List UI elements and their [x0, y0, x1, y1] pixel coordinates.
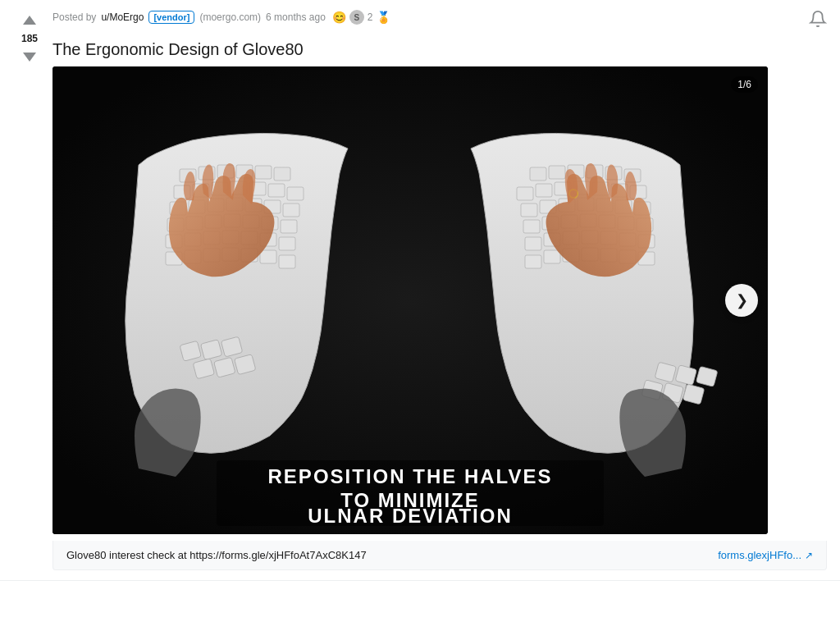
- meta-site: (moergo.com): [199, 11, 261, 23]
- gold-award-icon: 🏅: [377, 11, 390, 24]
- external-link-icon: ↗: [805, 550, 813, 561]
- keyboard-image: REPOSITION THE HALVES TO MINIMIZE ULNAR …: [52, 66, 768, 534]
- svg-rect-34: [279, 237, 295, 250]
- gallery-next-button[interactable]: ❯: [725, 284, 758, 317]
- post-footer: Glove80 interest check at https://forms.…: [52, 541, 827, 570]
- svg-rect-13: [287, 187, 304, 200]
- svg-rect-5: [255, 166, 272, 179]
- helpful-award-icon: 😊: [332, 11, 346, 24]
- svg-rect-74: [523, 220, 540, 233]
- svg-rect-27: [281, 220, 297, 233]
- svg-rect-52: [549, 166, 565, 179]
- notification-bell[interactable]: [809, 10, 827, 32]
- svg-rect-53: [530, 167, 546, 181]
- svg-rect-12: [268, 184, 285, 197]
- upvote-button[interactable]: [20, 11, 39, 31]
- downvote-button[interactable]: [20, 46, 39, 66]
- svg-rect-6: [274, 167, 290, 181]
- vendor-badge: [vendor]: [148, 11, 194, 24]
- header-row: Posted by u/MoErgo [vendor] (moergo.com)…: [52, 10, 827, 32]
- post-meta: Posted by u/MoErgo [vendor] (moergo.com)…: [52, 10, 390, 25]
- image-gallery: REPOSITION THE HALVES TO MINIMIZE ULNAR …: [52, 66, 768, 534]
- svg-rect-60: [517, 187, 533, 200]
- svg-rect-59: [536, 184, 552, 197]
- vote-column: 185: [13, 10, 46, 570]
- svg-rect-67: [521, 203, 537, 217]
- svg-rect-20: [283, 203, 299, 217]
- svg-rect-40: [260, 250, 276, 263]
- award-icons: 😊 S 2 🏅: [332, 10, 390, 25]
- gallery-counter: 1/6: [731, 76, 758, 93]
- svg-text:REPOSITION THE HALVES: REPOSITION THE HALVES: [268, 465, 553, 487]
- gallery-image-container: REPOSITION THE HALVES TO MINIMIZE ULNAR …: [52, 66, 768, 534]
- footer-source-link[interactable]: forms.glexjHFfo... ↗: [718, 549, 813, 561]
- post-container: 185 Posted by u/MoErgo [vendor] (moergo.…: [0, 0, 840, 581]
- svg-rect-81: [525, 237, 541, 250]
- award-count: 2: [368, 11, 373, 23]
- svg-text:ULNAR DEVIATION: ULNAR DEVIATION: [308, 505, 513, 527]
- footer-link-text: Glove80 interest check at https://forms.…: [66, 549, 367, 561]
- post-time: 6 months ago: [266, 11, 326, 23]
- svg-rect-41: [279, 255, 295, 268]
- footer-source-display: forms.glexjHFfo...: [718, 549, 801, 561]
- posted-by-label: Posted by: [52, 11, 96, 23]
- svg-rect-88: [525, 255, 541, 268]
- vote-count: 185: [21, 31, 38, 46]
- post-title: The Ergonomic Design of Glove80: [52, 39, 827, 60]
- username-link[interactable]: u/MoErgo: [101, 11, 144, 23]
- silver-award-icon: S: [349, 10, 364, 25]
- post-content: Posted by u/MoErgo [vendor] (moergo.com)…: [46, 10, 827, 570]
- svg-rect-87: [544, 250, 560, 263]
